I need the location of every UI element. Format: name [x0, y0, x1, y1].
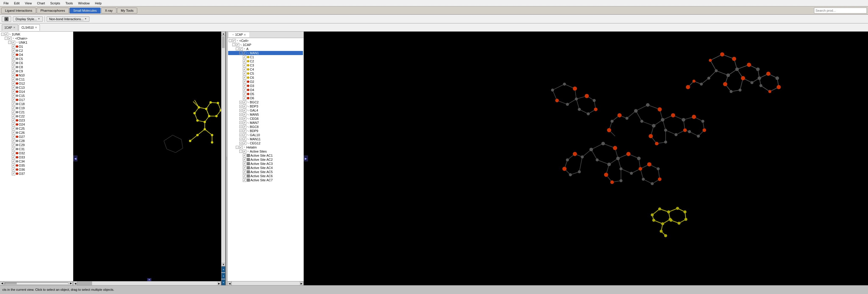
left-viewport-scrollbar-v[interactable]: ▲ ▼ ◂ ◂ ◂	[221, 32, 225, 285]
right-atom-C3[interactable]: C3	[228, 63, 303, 67]
right-tree-man11[interactable]: + ∿ MAN11	[228, 137, 303, 141]
right-check-bgc2[interactable]	[243, 101, 246, 104]
right-active-ac1[interactable]: Active Site AC1	[228, 153, 303, 157]
center-scroll-track[interactable]	[232, 282, 300, 285]
left-tab-1cap-close[interactable]: ✕	[13, 26, 16, 29]
tree-check-unk1[interactable]	[12, 41, 15, 44]
right-atom-O5[interactable]: O5	[228, 92, 303, 96]
right-check-cell[interactable]	[232, 39, 236, 42]
scroll-h-track-v[interactable]	[78, 282, 217, 285]
tree-check-C26[interactable]	[12, 131, 15, 135]
tree-atom-C34[interactable]: C34	[1, 159, 72, 163]
menu-chart[interactable]: Chart	[35, 1, 47, 6]
right-check-active-sites[interactable]	[243, 150, 246, 153]
right-check-ac4[interactable]	[243, 166, 246, 170]
right-atom-C2[interactable]: C2	[228, 59, 303, 63]
tree-atom-O12[interactable]: O12	[1, 81, 72, 85]
scroll-v-thumb[interactable]	[222, 36, 225, 48]
right-tree-man7[interactable]: + ∿ MAN7	[228, 121, 303, 125]
tree-check-O33[interactable]	[12, 155, 15, 159]
left-viewport-scrollbar-h[interactable]: ◀ ▶	[73, 281, 221, 285]
right-check-C4[interactable]	[243, 68, 246, 71]
right-expand-gal10[interactable]: +	[239, 134, 242, 137]
tree-check-O35[interactable]	[12, 164, 15, 167]
tree-check-chain[interactable]	[8, 37, 12, 40]
tree-check-O32[interactable]	[12, 151, 15, 155]
tree-atom-O37[interactable]: O37	[1, 172, 72, 176]
tree-check-O27[interactable]	[12, 135, 15, 139]
right-check-gal10[interactable]	[243, 133, 246, 137]
tree-atom-C11[interactable]: C11	[1, 77, 72, 81]
right-viewport-nav-left[interactable]: ▶	[304, 155, 308, 161]
tree-check-C18[interactable]	[12, 102, 15, 106]
right-active-ac3[interactable]: Active Site AC3	[228, 162, 303, 166]
left-tab-cls4510-close[interactable]: ✕	[35, 26, 37, 29]
tree-expand-chain[interactable]: -	[5, 37, 8, 40]
menu-scripts[interactable]: Scripts	[48, 1, 62, 6]
right-tree-chain-a[interactable]: - ⚬ A	[228, 47, 303, 51]
scroll-left-arrow-v[interactable]: ◀	[73, 282, 78, 285]
right-check-1cap[interactable]	[236, 43, 239, 46]
right-check-man1[interactable]	[243, 51, 246, 55]
tree-atom-O36[interactable]: O36	[1, 168, 72, 172]
tree-atom-C8[interactable]: C8	[1, 65, 72, 69]
tree-atom-C13[interactable]: C13	[1, 85, 72, 89]
tree-expand-1unk[interactable]: -	[1, 33, 4, 36]
right-tree-man5[interactable]: + ∿ MAN5	[228, 112, 303, 116]
right-atom-C1[interactable]: C1	[228, 55, 303, 59]
right-tree-ceg12[interactable]: + ∿ CEG12	[228, 141, 303, 145]
viewport-side-btn-3[interactable]: ◂	[221, 279, 225, 285]
tree-check-C6[interactable]	[12, 61, 15, 65]
right-atom-O4[interactable]: O4	[228, 88, 303, 92]
left-tab-1cap[interactable]: 1CAP ✕	[2, 24, 18, 31]
right-check-man7[interactable]	[243, 121, 246, 124]
right-expand-active-sites[interactable]: -	[239, 150, 242, 153]
right-check-O5[interactable]	[243, 92, 246, 96]
tree-expand-unk1[interactable]: -	[8, 41, 11, 44]
scroll-right-arrow[interactable]: ▶	[69, 282, 73, 286]
tree-atom-C31[interactable]: C31	[1, 147, 72, 151]
right-active-ac6[interactable]: Active Site AC6	[228, 174, 303, 178]
right-check-ac6[interactable]	[243, 174, 246, 178]
tree-check-O14[interactable]	[12, 90, 15, 94]
tree-atom-O17[interactable]: O17	[1, 98, 72, 102]
tree-atom-C29[interactable]: C29	[1, 143, 72, 147]
tree-check-C19[interactable]	[12, 106, 15, 110]
right-active-ac2[interactable]: Active Site AC2	[228, 157, 303, 162]
right-atom-O6[interactable]: O6	[228, 96, 303, 100]
right-check-O6[interactable]	[243, 96, 246, 100]
right-tree-bgc8[interactable]: + ∿ BGC8	[228, 125, 303, 129]
right-check-chain-a[interactable]	[239, 47, 243, 51]
tree-atom-O4[interactable]: O4	[1, 53, 72, 57]
right-tree-active-sites[interactable]: - ⚬ Active Sites	[228, 149, 303, 153]
right-check-man5[interactable]	[243, 113, 246, 116]
tree-check-O37[interactable]	[12, 172, 15, 175]
right-check-bdp3[interactable]	[243, 105, 246, 108]
tree-atom-C26[interactable]: C26	[1, 131, 72, 135]
center-scroll-left[interactable]: ◀	[227, 282, 232, 286]
tree-atom-C18[interactable]: C18	[1, 102, 72, 106]
tab-ligand[interactable]: Ligand Interactions	[1, 8, 36, 13]
right-expand-cell[interactable]: -	[229, 39, 232, 42]
tree-root-1unk[interactable]: - ∿ 1UNK	[1, 32, 72, 36]
right-atom-O3[interactable]: O3	[228, 84, 303, 88]
tree-check-C34[interactable]	[12, 159, 15, 163]
tab-mytools[interactable]: My Tools	[117, 8, 137, 13]
tree-check-O1[interactable]	[12, 45, 15, 48]
tree-atom-C28[interactable]: C28	[1, 139, 72, 143]
tree-check-C21[interactable]	[12, 110, 15, 114]
right-check-ac7[interactable]	[243, 178, 246, 182]
left-tree-scrollbar-h[interactable]: ◀ ▶	[0, 281, 73, 285]
tab-small-molecules[interactable]: Small Molecules	[69, 8, 101, 13]
right-expand-gal4[interactable]: +	[239, 109, 242, 112]
right-expand-1cap[interactable]: -	[232, 43, 235, 46]
scroll-h-track[interactable]	[5, 282, 68, 285]
tree-check-C31[interactable]	[12, 147, 15, 151]
non-bond-btn[interactable]: Non-bond Interactions... ▼	[46, 16, 89, 22]
right-check-C2[interactable]	[243, 60, 246, 63]
right-active-ac4[interactable]: Active Site AC4	[228, 166, 303, 170]
tree-atom-N10[interactable]: N10	[1, 73, 72, 77]
center-tab-close[interactable]: ✕	[244, 33, 246, 36]
right-expand-hetatm[interactable]: -	[236, 146, 239, 149]
right-check-C3[interactable]	[243, 64, 246, 67]
